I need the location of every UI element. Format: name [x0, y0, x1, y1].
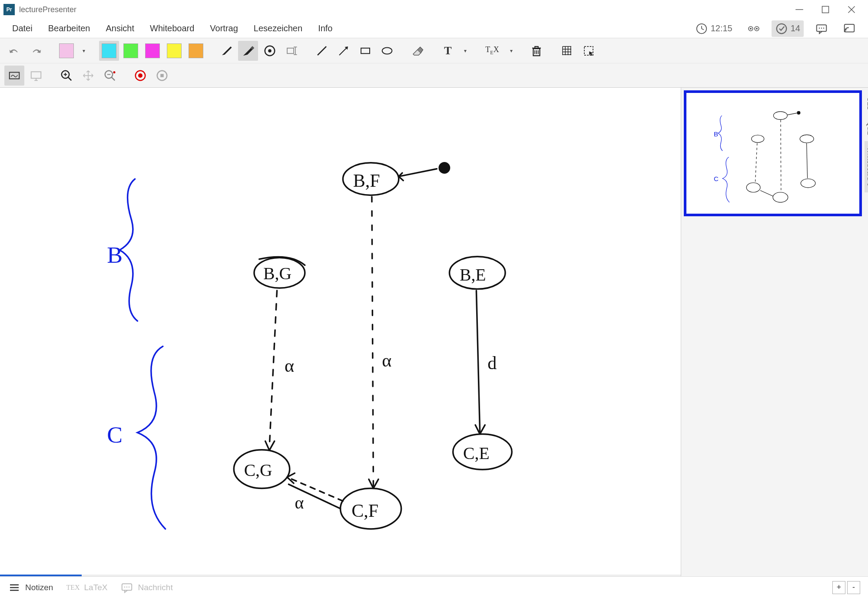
pen-tool[interactable] [216, 41, 236, 61]
svg-rect-37 [31, 72, 41, 78]
pointer-tool[interactable] [260, 41, 280, 61]
title-bar: Pr lecturePresenter [0, 0, 868, 19]
svg-point-14 [821, 27, 822, 29]
menu-datei[interactable]: Datei [4, 21, 40, 36]
close-button[interactable] [838, 1, 865, 18]
latex-tool[interactable]: TEX [480, 41, 504, 61]
svg-point-67 [746, 183, 760, 192]
latex-dropdown[interactable]: ▾ [506, 41, 516, 61]
eyes-button[interactable] [744, 20, 764, 37]
tab-quiz[interactable]: Quiz [865, 116, 868, 141]
latex-toggle[interactable]: TEX LaTeX [66, 583, 107, 592]
svg-point-69 [801, 179, 815, 188]
svg-point-79 [126, 586, 128, 588]
menu-ansicht[interactable]: Ansicht [98, 21, 142, 36]
svg-line-73 [760, 190, 773, 196]
trash-icon [530, 44, 543, 57]
svg-line-64 [787, 113, 797, 115]
thumb-zoom-in[interactable]: + [832, 581, 845, 594]
rectangle-icon [359, 44, 372, 57]
zoom-out-icon [103, 69, 116, 82]
pan-button[interactable] [78, 66, 98, 86]
selection-icon [582, 44, 595, 57]
text-tool[interactable]: T [438, 41, 458, 61]
chat-button[interactable] [812, 20, 832, 37]
select-tool[interactable] [579, 41, 599, 61]
menu-bearbeiten[interactable]: Bearbeiten [40, 21, 98, 36]
node-bf: B,F [353, 171, 380, 191]
edge-label-3: α [295, 493, 304, 512]
svg-point-65 [752, 135, 764, 142]
node-bg: B,G [263, 264, 292, 283]
tab-whiteboard[interactable]: Whiteboard-0 [865, 141, 868, 192]
view-toolbar [0, 63, 868, 88]
thumb-zoom-out[interactable]: - [847, 581, 860, 594]
color-swatch-1[interactable] [56, 41, 76, 61]
svg-text:B: B [714, 130, 718, 138]
redo-icon [30, 44, 43, 57]
menu-whiteboard[interactable]: Whiteboard [142, 21, 202, 36]
delete-tool[interactable] [527, 41, 547, 61]
cast-button[interactable] [839, 20, 859, 37]
eraser-icon [411, 44, 424, 57]
target-icon [263, 44, 276, 57]
latex-label: LaTeX [84, 583, 108, 592]
svg-point-66 [800, 135, 814, 143]
edge-label-0: α [285, 356, 294, 376]
quiz-count: 14 [791, 23, 800, 33]
tab-se1[interactable]: SE1 [865, 91, 868, 116]
color-swatch-4[interactable] [142, 41, 162, 61]
svg-line-6 [702, 29, 704, 30]
menu-vortrag[interactable]: Vortrag [202, 21, 245, 36]
record-icon [134, 69, 147, 82]
quiz-counter[interactable]: 14 [772, 20, 804, 37]
whiteboard-canvas[interactable]: B C B,F B,G B,E C,G C,F [0, 88, 681, 575]
color-swatch-2[interactable] [99, 41, 119, 61]
record-button[interactable] [130, 66, 150, 86]
zoom-in-button[interactable] [56, 66, 76, 86]
minimize-button[interactable] [786, 1, 812, 18]
grid-tool[interactable] [557, 41, 577, 61]
message-toggle[interactable]: Nachricht [120, 581, 172, 594]
ellipse-tool[interactable] [377, 41, 397, 61]
color-swatch-3[interactable] [121, 41, 141, 61]
whiteboard-view-button[interactable] [4, 66, 24, 86]
tool-toolbar: ▾ T ▾ TEX ▾ [0, 38, 868, 63]
thumbnail-list: BC [681, 88, 865, 576]
color-swatch-6[interactable] [186, 41, 206, 61]
line-tool[interactable] [312, 41, 332, 61]
arrow-tool[interactable] [334, 41, 354, 61]
check-circle-icon [775, 22, 788, 35]
highlighter-tool[interactable] [238, 41, 258, 61]
undo-button[interactable] [4, 41, 24, 61]
menu-icon [8, 581, 21, 594]
svg-rect-36 [10, 72, 20, 79]
side-tabs: SE1 Quiz Whiteboard-0 [865, 88, 868, 576]
svg-text:C: C [714, 175, 719, 182]
eraser-tool[interactable] [407, 41, 427, 61]
svg-line-41 [68, 77, 72, 80]
slide-thumbnail[interactable]: BC [684, 90, 862, 216]
text-dropdown[interactable]: ▾ [460, 41, 470, 61]
zoom-in-icon [60, 69, 73, 82]
presentation-view-button[interactable] [26, 66, 46, 86]
progress-bar [0, 575, 681, 576]
notes-toggle[interactable]: Notizen [8, 581, 53, 594]
svg-line-25 [318, 46, 326, 55]
color-swatch-5[interactable] [164, 41, 184, 61]
footer-bar: Notizen TEX LaTeX Nachricht + - [0, 576, 868, 598]
svg-point-10 [756, 28, 758, 30]
redo-button[interactable] [26, 41, 46, 61]
clock-display: 12:15 [692, 20, 736, 37]
maximize-button[interactable] [812, 1, 838, 18]
stop-button[interactable] [152, 66, 172, 86]
rect-tool[interactable] [355, 41, 375, 61]
zoom-out-button[interactable] [100, 66, 120, 86]
menu-info[interactable]: Info [310, 21, 340, 36]
color-dropdown[interactable]: ▾ [78, 41, 89, 61]
clock-icon [695, 22, 708, 35]
menu-lesezeichen[interactable]: Lesezeichen [246, 21, 310, 36]
cast-icon [843, 22, 856, 35]
text-select-tool[interactable] [282, 41, 301, 61]
ellipse-icon [381, 44, 394, 57]
